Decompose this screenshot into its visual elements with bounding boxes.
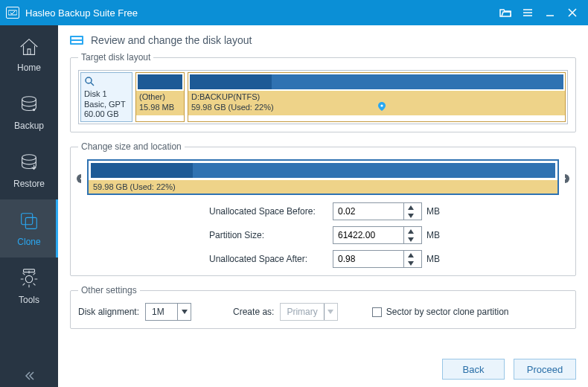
group-other-legend: Other settings — [78, 285, 140, 295]
titlebar: Hasleo Backup Suite Free — [0, 0, 588, 25]
resize-handle-left[interactable] — [77, 159, 86, 204]
partition-backup-usedbar — [190, 74, 272, 89]
footer: Back Proceed — [70, 354, 576, 380]
resize-partition-meta: 59.98 GB (Used: 22%) — [89, 180, 557, 194]
app-title: Hasleo Backup Suite Free — [25, 7, 138, 19]
svg-rect-10 — [71, 41, 82, 43]
svg-point-12 — [380, 104, 383, 106]
input-space-before-field[interactable] — [333, 203, 403, 220]
sidebar-item-clone[interactable]: Clone — [0, 199, 58, 258]
sidebar-item-label: Tools — [19, 295, 39, 305]
resize-usedbar — [91, 163, 193, 178]
sidebar-item-label: Backup — [14, 121, 44, 131]
app-logo-icon — [6, 7, 19, 19]
disk-card[interactable]: Disk 1 Basic, GPT 60.00 GB — [80, 72, 132, 122]
partition-backup-size: 59.98 GB (Used: 22%) — [191, 103, 562, 113]
svg-rect-8 — [70, 36, 83, 45]
group-change-size: Change size and location 59.98 GB (Used:… — [70, 141, 576, 276]
main-panel: Review and change the disk layout Target… — [58, 25, 588, 387]
sidebar: Home Backup Restore Clone Tools — [0, 25, 58, 387]
checkbox-sector-clone[interactable]: Sector by sector clone partition — [372, 307, 509, 317]
combo-disk-alignment-value: 1M — [146, 307, 177, 317]
label-disk-alignment: Disk alignment: — [78, 307, 139, 317]
combo-create-as-value: Primary — [281, 307, 323, 317]
group-target-layout: Target disk layout Disk 1 Basic, GPT 60.… — [70, 52, 576, 132]
disk-layout: Disk 1 Basic, GPT 60.00 GB (Other) 15.98… — [78, 70, 568, 124]
sidebar-item-backup[interactable]: Backup — [0, 83, 58, 141]
svg-point-3 — [22, 155, 36, 161]
group-target-legend: Target disk layout — [78, 52, 153, 63]
page-title: Review and change the disk layout — [91, 34, 252, 46]
svg-rect-0 — [8, 10, 17, 15]
svg-rect-9 — [71, 37, 82, 39]
spin-down-icon[interactable] — [404, 211, 417, 220]
input-space-after-field[interactable] — [333, 251, 403, 267]
checkbox-sector-label: Sector by sector clone partition — [386, 307, 509, 317]
disk-size: 60.00 GB — [84, 109, 129, 120]
input-partition-size-field[interactable] — [333, 227, 403, 243]
svg-rect-4 — [22, 214, 33, 225]
label-create-as: Create as: — [233, 307, 274, 317]
sidebar-item-home[interactable]: Home — [0, 25, 58, 83]
spin-down-icon[interactable] — [404, 259, 417, 267]
close-icon[interactable] — [561, 0, 584, 25]
input-partition-size[interactable] — [333, 226, 422, 244]
sidebar-item-label: Restore — [13, 179, 45, 189]
chevron-down-icon — [324, 304, 337, 320]
label-space-after: Unallocated Space After: — [209, 254, 328, 264]
minimize-icon[interactable] — [539, 0, 561, 25]
partition-other[interactable]: (Other) 15.98 MB — [135, 72, 185, 122]
proceed-button[interactable]: Proceed — [514, 359, 576, 380]
unit-space-before: MB — [426, 206, 447, 217]
sidebar-item-restore[interactable]: Restore — [0, 141, 58, 199]
svg-point-1 — [22, 97, 36, 103]
svg-point-11 — [86, 77, 92, 83]
unit-partition-size: MB — [426, 230, 447, 240]
unit-space-after: MB — [426, 254, 447, 264]
partition-backup[interactable]: D:BACKUP(NTFS) 59.98 GB (Used: 22%) — [188, 72, 566, 122]
spin-up-icon[interactable] — [404, 203, 417, 211]
group-other-settings: Other settings Disk alignment: 1M Create… — [70, 285, 576, 329]
partition-backup-label: D:BACKUP(NTFS) — [191, 92, 562, 103]
open-icon[interactable] — [494, 0, 517, 25]
resize-handle-right[interactable] — [560, 159, 569, 204]
back-button[interactable]: Back — [442, 359, 505, 380]
menu-icon[interactable] — [517, 0, 539, 25]
page-header: Review and change the disk layout — [70, 34, 576, 46]
disk-layout-icon — [70, 34, 83, 46]
checkbox-box-icon — [372, 307, 382, 317]
spin-down-icon[interactable] — [404, 235, 417, 243]
pin-icon — [377, 102, 386, 114]
label-partition-size: Partition Size: — [209, 230, 328, 240]
sidebar-item-label: Home — [17, 63, 41, 73]
disk-type: Basic, GPT — [84, 100, 129, 110]
spin-up-icon[interactable] — [404, 227, 417, 235]
label-space-before: Unallocated Space Before: — [209, 206, 328, 217]
svg-point-2 — [33, 109, 34, 110]
combo-disk-alignment[interactable]: 1M — [145, 303, 191, 321]
sidebar-item-label: Clone — [17, 237, 40, 247]
group-change-legend: Change size and location — [78, 141, 185, 152]
partition-other-size: 15.98 MB — [139, 103, 181, 113]
partition-other-label: (Other) — [139, 92, 181, 103]
svg-rect-5 — [25, 217, 36, 228]
chevron-down-icon[interactable] — [177, 304, 191, 320]
combo-create-as: Primary — [280, 303, 337, 321]
disk-name: Disk 1 — [84, 89, 129, 100]
sidebar-item-tools[interactable]: Tools — [0, 258, 58, 316]
magnifier-icon — [84, 76, 129, 89]
svg-point-6 — [25, 275, 32, 282]
sidebar-collapse[interactable] — [0, 365, 58, 387]
resize-partition[interactable]: 59.98 GB (Used: 22%) — [87, 159, 559, 195]
input-space-after[interactable] — [333, 250, 422, 268]
input-space-before[interactable] — [333, 202, 422, 220]
spin-up-icon[interactable] — [404, 251, 417, 259]
